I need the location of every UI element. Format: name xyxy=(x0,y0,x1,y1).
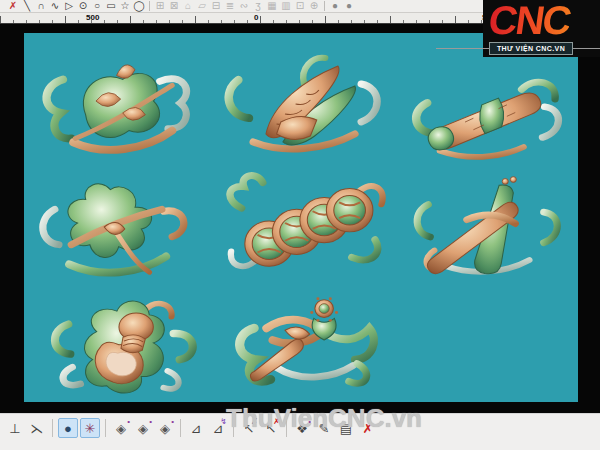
cnc-logo: CNC xyxy=(486,0,573,42)
design-canvas[interactable] xyxy=(24,33,578,402)
ramp-edit-icon[interactable]: ⊿↯ xyxy=(208,418,228,438)
line-icon[interactable]: ╲ xyxy=(20,0,34,12)
rectangle-icon[interactable]: ▭ xyxy=(104,0,118,12)
copy-object-icon[interactable]: ⊞ xyxy=(153,0,167,12)
toolbar-separator xyxy=(233,419,234,437)
delete-relief-icon[interactable]: ✗ xyxy=(358,418,378,438)
flow-curve-icon[interactable]: ∾ xyxy=(237,0,251,12)
circle-icon[interactable]: ◯ xyxy=(132,0,146,12)
carve-pen-icon[interactable]: ✎• xyxy=(314,418,334,438)
boxed-node-icon[interactable]: ⊡ xyxy=(293,0,307,12)
hatch-icon[interactable]: ▥ xyxy=(279,0,293,12)
ramp-base-icon[interactable]: ⊿ xyxy=(186,418,206,438)
partial-toolbar-row: ◔▫ xyxy=(4,443,48,450)
relief-gourd[interactable] xyxy=(38,285,210,397)
magic-smooth-icon[interactable]: ❖• xyxy=(292,418,312,438)
star-icon[interactable]: ☆ xyxy=(118,0,132,12)
bottom-toolbar: ⊥⋋●✳◈•◈•◈•⊿⊿↯↖✗↖✗❖•✎•▤✗ ◔▫ xyxy=(0,413,600,450)
grid-icon[interactable]: ▦ xyxy=(265,0,279,12)
toolbar-separator xyxy=(105,419,106,437)
axis-angle-icon[interactable]: ⋋ xyxy=(27,418,47,438)
pick-delete-icon[interactable]: ↖✗ xyxy=(261,418,281,438)
rotate-z-icon[interactable]: ◈• xyxy=(155,418,175,438)
mirror-object-icon[interactable]: ⊠ xyxy=(167,0,181,12)
partial-gray-icon[interactable]: ▫ xyxy=(27,443,47,450)
circle-center-icon[interactable]: ⊙ xyxy=(76,0,90,12)
toolbar-separator xyxy=(324,1,325,11)
toolbar-separator xyxy=(286,419,287,437)
arc-icon[interactable]: ∩ xyxy=(34,0,48,12)
page-tool-icon[interactable]: ▤ xyxy=(336,418,356,438)
partial-blue-icon[interactable]: ◔ xyxy=(5,443,25,450)
relief-scroll-roll[interactable] xyxy=(398,55,576,170)
relief-blob2-icon[interactable]: ● xyxy=(342,0,356,12)
relief-crossed-tablets[interactable] xyxy=(400,168,572,283)
relief-rhino-horns[interactable] xyxy=(213,42,393,162)
relief-coins-string[interactable] xyxy=(212,165,392,283)
ellipse-icon[interactable]: ○ xyxy=(90,0,104,12)
rotate-y-icon[interactable]: ◈• xyxy=(133,418,153,438)
list-icon[interactable]: ≣ xyxy=(223,0,237,12)
ruler-label-left: 500 xyxy=(86,13,99,22)
polygon-icon[interactable]: ▷ xyxy=(62,0,76,12)
relief-artemisia-leaf[interactable] xyxy=(26,168,201,286)
parallelogram-icon[interactable]: ▱ xyxy=(195,0,209,12)
toolbar-separator xyxy=(52,419,53,437)
relief-leaf-scroll[interactable] xyxy=(28,46,203,164)
relief-blob-icon[interactable]: ● xyxy=(328,0,342,12)
ruler-label-origin: 0 xyxy=(254,13,258,22)
axes-3d-icon[interactable]: ✳ xyxy=(80,418,100,438)
rotate-x-icon[interactable]: ◈• xyxy=(111,418,131,438)
toolbar-separator xyxy=(180,419,181,437)
pentagon-tool-icon[interactable]: ⌂ xyxy=(181,0,195,12)
toolbar-separator xyxy=(149,1,150,11)
canvas-frame xyxy=(0,24,600,413)
spline-icon[interactable]: ∿ xyxy=(48,0,62,12)
spiral-icon[interactable]: ʒ xyxy=(251,0,265,12)
relief-seal-ribbons[interactable] xyxy=(215,283,390,401)
pick-tool-icon[interactable]: ↖✗ xyxy=(239,418,259,438)
sphere-view-icon[interactable]: ● xyxy=(58,418,78,438)
panel-icon[interactable]: ⊟ xyxy=(209,0,223,12)
plane-normal-icon[interactable]: ⊥ xyxy=(5,418,25,438)
logo-banner: THƯ VIỆN CNC.VN xyxy=(489,42,573,55)
point-marker-icon[interactable]: ✗ xyxy=(6,0,20,12)
snap-node-icon[interactable]: ⊕ xyxy=(307,0,321,12)
